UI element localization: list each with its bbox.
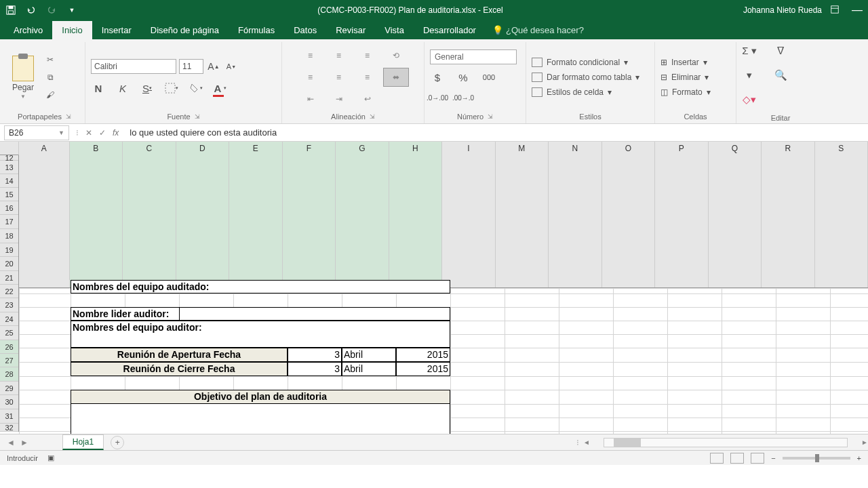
column-header[interactable]: Q [709, 142, 762, 287]
row-header[interactable]: 31 [0, 409, 18, 424]
column-header[interactable]: C [123, 142, 176, 287]
tab-page-layout[interactable]: Diseño de página [141, 21, 229, 39]
hscroll-right-icon[interactable]: ► [861, 439, 868, 446]
undo-icon[interactable] [26, 5, 37, 16]
column-header[interactable]: A [19, 142, 70, 287]
row-header[interactable]: 14 [0, 174, 18, 188]
formula-input[interactable]: lo que usted quiere con esta auditoria [125, 127, 868, 138]
cell-year-18[interactable]: 2015 [396, 362, 450, 376]
column-header[interactable]: P [655, 142, 709, 287]
row-header[interactable]: 30 [0, 395, 18, 409]
orientation-icon[interactable]: ⟲ [383, 46, 409, 65]
page-layout-view-icon[interactable] [730, 453, 744, 464]
column-header[interactable]: O [602, 142, 656, 287]
underline-button[interactable]: S ▾ [140, 81, 155, 96]
normal-view-icon[interactable] [710, 453, 724, 464]
insert-cells-button[interactable]: ⊞ Insertar ▾ [660, 58, 711, 67]
sheet-tab-hoja1[interactable]: Hoja1 [62, 434, 104, 450]
row-header[interactable]: 25 [0, 326, 18, 340]
tab-data[interactable]: Datos [284, 21, 326, 39]
column-header[interactable]: F [283, 142, 336, 287]
sheet-nav-prev-icon[interactable]: ◄ [7, 438, 15, 447]
currency-icon[interactable]: $ [430, 70, 445, 85]
cell-month-17[interactable]: Abril [342, 348, 396, 362]
autosum-icon[interactable]: Σ ▾ [742, 43, 757, 58]
column-header[interactable]: I [442, 142, 496, 287]
row-header[interactable]: 12 [0, 155, 18, 161]
user-name[interactable]: Johanna Nieto Rueda [743, 5, 822, 15]
fx-icon[interactable]: fx [113, 128, 119, 138]
row-header[interactable]: 19 [0, 243, 18, 257]
column-header[interactable]: M [496, 142, 549, 287]
zoom-out-icon[interactable]: − [771, 454, 775, 462]
row-header[interactable]: 21 [0, 271, 18, 285]
align-left-icon[interactable]: ≡ [298, 68, 323, 87]
macro-record-icon[interactable]: ▣ [47, 453, 54, 462]
row-header[interactable]: 23 [0, 298, 18, 312]
tab-file[interactable]: Archivo [4, 21, 52, 39]
tab-developer[interactable]: Desarrollador [414, 21, 486, 39]
cancel-icon[interactable]: ✕ [85, 128, 92, 138]
hscroll-left-icon[interactable]: ◄ [583, 439, 590, 446]
align-bottom-icon[interactable]: ≡ [355, 46, 380, 65]
launcher-icon[interactable]: ⇲ [370, 113, 375, 120]
zoom-slider[interactable] [783, 457, 850, 460]
cell-month-18[interactable]: Abril [342, 362, 396, 376]
decrease-font-icon[interactable]: A▼ [224, 59, 239, 74]
column-header[interactable]: R [762, 142, 815, 287]
field-objetivo[interactable]: Verbo+ objeto+ complemento [71, 404, 450, 434]
row-header[interactable]: 32 [0, 424, 18, 432]
percent-icon[interactable]: % [456, 70, 471, 85]
column-header[interactable]: E [229, 142, 283, 287]
row-header[interactable]: 26 [0, 340, 18, 354]
conditional-format-button[interactable]: Formato condicional ▾ [532, 58, 639, 67]
row-header[interactable]: 20 [0, 257, 18, 271]
find-icon[interactable]: 🔍 [773, 68, 788, 83]
align-center-icon[interactable]: ≡ [326, 68, 352, 87]
column-header[interactable]: D [176, 142, 230, 287]
launcher-icon[interactable]: ⇲ [66, 113, 71, 120]
cell-day-18[interactable]: 3 [288, 362, 342, 376]
tab-insert[interactable]: Insertar [92, 21, 141, 39]
italic-button[interactable]: K [115, 81, 130, 96]
format-cells-button[interactable]: ◫ Formato ▾ [660, 87, 711, 97]
copy-icon[interactable]: ⧉ [43, 71, 57, 83]
align-top-icon[interactable]: ≡ [298, 46, 323, 65]
row-headers[interactable]: 1213141516171819202122232425262728293031… [0, 155, 19, 432]
wrap-text-icon[interactable]: ↩ [355, 89, 380, 108]
increase-decimal-icon[interactable]: .0→.00 [430, 90, 445, 105]
tab-home[interactable]: Inicio [52, 21, 92, 39]
minimize-icon[interactable]: — [852, 4, 863, 16]
font-name-select[interactable] [91, 59, 176, 74]
column-header[interactable]: S [815, 142, 868, 287]
cell-year-17[interactable]: 2015 [396, 348, 450, 362]
row-header[interactable]: 24 [0, 312, 18, 326]
increase-indent-icon[interactable]: ⇥ [326, 89, 352, 108]
row-header[interactable]: 28 [0, 367, 18, 382]
launcher-icon[interactable]: ⇲ [488, 113, 493, 120]
select-all-corner[interactable] [0, 142, 19, 155]
tab-review[interactable]: Revisar [326, 21, 375, 39]
column-header[interactable]: B [70, 142, 123, 287]
decrease-indent-icon[interactable]: ⇤ [298, 89, 323, 108]
sheet-nav-next-icon[interactable]: ► [20, 438, 28, 447]
fill-color-icon[interactable]: ▾ [189, 81, 203, 96]
row-header[interactable]: 13 [0, 161, 18, 174]
qat-dropdown-icon[interactable]: ▼ [66, 5, 77, 16]
font-color-icon[interactable]: A▾ [213, 81, 228, 96]
chevron-down-icon[interactable]: ▼ [58, 129, 64, 136]
redo-icon[interactable] [46, 5, 57, 16]
column-header[interactable]: H [389, 142, 443, 287]
cell-day-17[interactable]: 3 [288, 348, 342, 362]
decrease-decimal-icon[interactable]: .00→.0 [456, 90, 471, 105]
add-sheet-button[interactable]: + [111, 436, 124, 449]
row-header[interactable]: 17 [0, 215, 18, 229]
row-header[interactable]: 22 [0, 285, 18, 298]
increase-font-icon[interactable]: A▲ [206, 59, 221, 74]
format-table-button[interactable]: Dar formato como tabla ▾ [532, 73, 639, 82]
number-format-select[interactable] [430, 49, 517, 64]
launcher-icon[interactable]: ⇲ [195, 113, 200, 120]
paste-button[interactable]: Pegar ▼ [9, 53, 37, 102]
enter-icon[interactable]: ✓ [99, 128, 106, 138]
ribbon-options-icon[interactable] [830, 5, 840, 16]
